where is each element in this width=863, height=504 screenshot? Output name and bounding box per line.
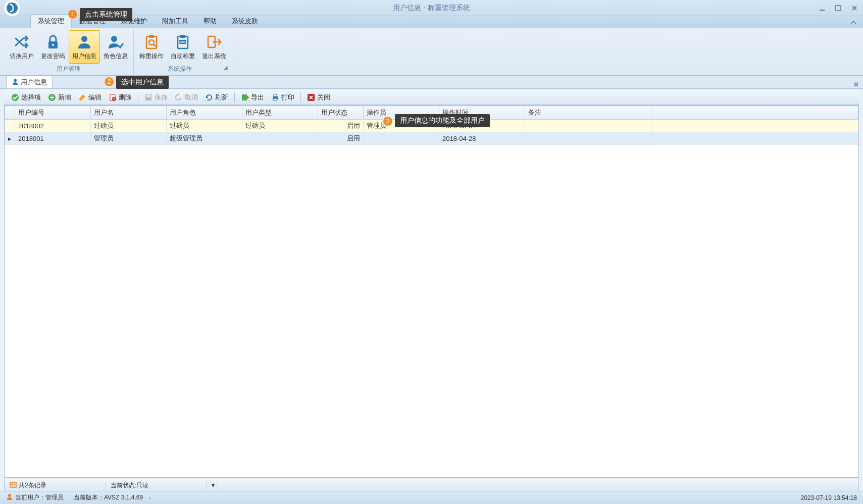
toolbar-add[interactable]: 新增 [45,91,74,104]
svg-rect-21 [146,95,150,97]
panel-tab-label: 用户信息 [21,78,47,87]
footer-user: 当前用户：管理员 [6,493,64,502]
add-icon [48,93,56,102]
table-row[interactable]: ▸ 2018001管理员超级管理员 启用 2018-04-28 [5,132,858,145]
lock-icon [44,33,62,51]
toolbar-delete[interactable]: 删除 [106,91,135,104]
ribbon-weigh-op[interactable]: 称重操作 [136,30,167,64]
svg-text:AUTO: AUTO [179,40,186,43]
footer-bar: 当前用户：管理员 当前版本：AVSZ 3.1.4.69 › 2023-07-19… [0,491,863,504]
exit-icon [205,33,223,51]
footer-datetime: 2023-07-19 13:54:18 [801,494,857,501]
callout-3: 用户信息的功能及全部用户 [395,114,490,127]
check-green-icon [11,93,19,102]
refresh-icon [205,93,213,102]
callout-badge-2: 2 [104,77,114,87]
menu-tab-tools[interactable]: 附加工具 [155,14,196,28]
ribbon-group-label-system: 系统操作◢ [136,64,230,75]
toolbar-print[interactable]: 打印 [268,91,297,104]
footer-version: 当前版本：AVSZ 3.1.4.69 › [74,493,151,502]
close-red-icon [307,93,315,102]
toolbar-refresh[interactable]: 刷新 [202,91,231,104]
svg-point-0 [7,3,18,14]
toolbar-close[interactable]: 关闭 [304,91,333,104]
user-check-icon [107,33,125,51]
col-remark[interactable]: 备注 [525,106,651,120]
svg-point-6 [111,36,117,42]
ribbon-group-users: 切换用户 更改密码 用户信息 角色信息 用户管理 [4,30,134,75]
minimize-button[interactable] [818,4,827,13]
ribbon-exit-system[interactable]: 退出系统 [198,30,230,64]
svg-rect-8 [149,35,154,38]
col-user-name[interactable]: 用户名 [91,106,167,120]
svg-rect-27 [10,482,16,487]
panel-tab-userinfo[interactable]: 用户信息 [6,76,53,88]
ribbon-auto-weigh[interactable]: AUTO 自动称重 [167,30,198,64]
group-expand-icon[interactable]: ◢ [224,65,228,70]
col-user-id[interactable]: 用户编号 [15,106,91,120]
record-count: 共2条记录 [5,481,106,490]
callout-2: 选中用户信息 [116,76,169,89]
toolbar: 选择项 新增 编辑 删除 保存 取消 刷新 导出 打印 关闭 [4,90,859,105]
status-dropdown[interactable]: ▾ [207,482,217,489]
window-title: 用户信息 - 称重管理系统 [393,4,470,13]
clipboard-search-icon [142,33,161,51]
svg-rect-25 [274,98,277,100]
toolbar-edit[interactable]: 编辑 [75,91,105,104]
save-icon [144,93,153,102]
ribbon-collapse-icon[interactable] [850,19,857,27]
status-strip: 共2条记录 当前状态:只读 ▾ [4,479,859,492]
user-small-icon [12,78,19,87]
toolbar-cancel: 取消 [172,91,201,104]
svg-rect-24 [274,94,277,96]
shuffle-icon [13,33,31,51]
svg-rect-2 [836,6,841,11]
ribbon: 切换用户 更改密码 用户信息 角色信息 用户管理 称重操作 AUTO [0,28,863,76]
user-tiny-icon [6,493,13,502]
menu-tab-skin[interactable]: 系统皮肤 [224,14,266,28]
svg-rect-11 [180,35,185,38]
records-icon [10,481,17,490]
col-user-role[interactable]: 用户角色 [167,106,242,120]
ribbon-group-system: 称重操作 AUTO 自动称重 退出系统 系统操作◢ [134,30,232,75]
toolbar-export[interactable]: 导出 [238,91,267,104]
svg-rect-1 [820,10,825,11]
export-icon [241,93,249,102]
callout-1: 点击系统管理 [80,8,132,21]
callout-badge-1: 1 [68,9,78,19]
svg-point-16 [12,94,19,101]
toolbar-save: 保存 [141,91,171,104]
svg-point-9 [149,40,154,45]
svg-point-28 [8,494,11,497]
ribbon-switch-user[interactable]: 切换用户 [6,30,37,64]
maximize-button[interactable] [834,4,843,13]
col-user-type[interactable]: 用户类型 [242,106,318,120]
ribbon-change-password[interactable]: 更改密码 [37,30,69,64]
toolbar-select[interactable]: 选择项 [8,91,44,104]
panel-close-icon[interactable]: ✕ [853,81,859,88]
menu-tab-help[interactable]: 帮助 [196,14,224,28]
ribbon-user-info[interactable]: 用户信息 [69,30,100,64]
ribbon-group-label-users: 用户管理 [6,64,131,75]
delete-icon [109,93,117,102]
undo-icon [175,93,183,102]
row-indicator-icon: ▸ [5,132,15,145]
user-icon [75,33,93,51]
ribbon-role-info[interactable]: 角色信息 [100,30,131,64]
menu-tab-system[interactable]: 系统管理 [30,14,72,28]
close-button[interactable] [850,4,859,13]
callout-badge-3: 3 [383,116,393,126]
auto-icon: AUTO [174,33,192,51]
col-user-status[interactable]: 用户状态 [318,106,364,120]
svg-point-5 [81,36,87,42]
svg-point-15 [14,79,17,82]
data-grid[interactable]: 用户编号 用户名 用户角色 用户类型 用户状态 操作员 操作时间 备注 2018… [4,105,859,478]
app-logo [4,0,20,16]
print-icon [271,93,279,102]
edit-icon [78,93,86,102]
svg-point-4 [52,44,54,46]
current-state: 当前状态:只读 [106,481,207,490]
